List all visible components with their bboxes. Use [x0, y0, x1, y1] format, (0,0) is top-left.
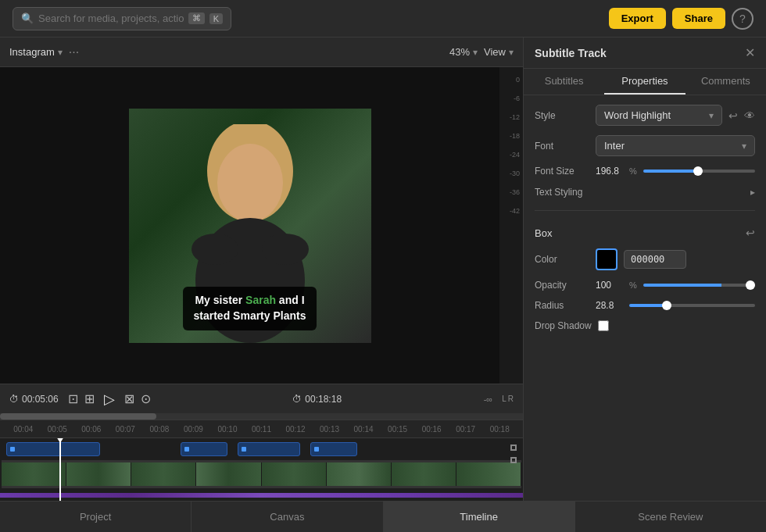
l-label: L: [502, 395, 506, 403]
topbar: 🔍 ⌘ K Export Share ?: [0, 0, 766, 37]
subtitle-clip-3[interactable]: [238, 442, 300, 456]
tick-5: 00:09: [177, 425, 211, 434]
color-label: Color: [535, 254, 589, 265]
text-styling-chevron-icon[interactable]: [750, 186, 755, 198]
film-frame-4: [196, 462, 261, 486]
crop-icon[interactable]: ⊡: [68, 391, 78, 406]
tab-subtitles[interactable]: Subtitles: [524, 69, 604, 95]
text-styling-value: [596, 186, 755, 198]
film-frame-6: [327, 462, 392, 486]
r-label: R: [508, 395, 514, 403]
view-chevron-icon[interactable]: [509, 46, 514, 58]
color-hex-input[interactable]: [624, 250, 686, 269]
timeline-section: 00:04 00:05 00:06 00:07 00:08 00:09 00:1…: [0, 420, 523, 501]
color-swatch[interactable]: [596, 248, 617, 270]
ruler-tick-3: -18: [499, 127, 523, 145]
drop-shadow-checkbox[interactable]: [598, 320, 609, 331]
radius-value: 28.8: [596, 300, 623, 311]
radius-slider[interactable]: [629, 304, 755, 307]
preview-area: My sister Sarah and I started Smarty Pla…: [0, 67, 523, 384]
opacity-slider[interactable]: [643, 284, 755, 287]
style-row: Style Word Highlight ↩ 👁: [535, 105, 755, 126]
play-button[interactable]: ▷: [104, 391, 115, 408]
timeline-ruler: 00:04 00:05 00:06 00:07 00:08 00:09 00:1…: [0, 420, 523, 438]
clip-indicator-2: [184, 447, 189, 452]
transport-icons: ⊡ ⊞: [68, 391, 95, 406]
tick-11: 00:15: [381, 425, 415, 434]
tab-properties[interactable]: Properties: [604, 69, 685, 95]
tab-project[interactable]: Project: [0, 502, 192, 532]
font-size-row: Font Size 196.8 %: [535, 166, 755, 177]
subtitle-text-line1: My sister Sarah and I: [194, 293, 306, 309]
zoom-control[interactable]: 43%: [449, 46, 478, 58]
ruler-tick-2: -12: [499, 108, 523, 127]
radius-row: Radius 28.8: [535, 300, 755, 311]
box-undo-icon[interactable]: ↩: [746, 227, 755, 239]
undo-icon[interactable]: ↩: [728, 109, 738, 122]
view-button[interactable]: View: [484, 46, 514, 58]
scrollbar-thumb[interactable]: [0, 413, 156, 420]
tick-1: 00:05: [41, 425, 75, 434]
frame-icon[interactable]: ⊠: [124, 391, 134, 406]
video-frame: My sister Sarah and I started Smarty Pla…: [129, 109, 371, 343]
search-input[interactable]: [38, 12, 184, 24]
drop-shadow-label: Drop Shadow: [535, 320, 592, 331]
tab-comments[interactable]: Comments: [685, 69, 766, 95]
zoom-chevron-icon[interactable]: [473, 46, 478, 58]
tab-timeline[interactable]: Timeline: [384, 502, 575, 532]
font-chevron-icon[interactable]: [742, 140, 746, 152]
subtitle-clip-4[interactable]: [310, 442, 357, 456]
preview-canvas: My sister Sarah and I started Smarty Pla…: [0, 67, 499, 384]
style-value: Word Highlight: [596, 105, 722, 126]
platform-label[interactable]: Instagram: [9, 46, 63, 58]
scrollbar-area[interactable]: [0, 413, 523, 420]
film-frame-7: [392, 462, 456, 486]
font-row: Font Inter: [535, 135, 755, 156]
svg-point-4: [192, 234, 238, 265]
transport-bar: ⏱ 00:05:06 ⊡ ⊞ ▷ ⊠ ⊙ ⏱ 00:18:18 -∞ L R: [0, 384, 523, 413]
ruler-tick-5: -30: [499, 164, 523, 183]
font-dropdown[interactable]: Inter: [596, 135, 755, 156]
style-dropdown[interactable]: Word Highlight: [596, 105, 722, 126]
more-options-icon[interactable]: ···: [69, 45, 79, 59]
panel-tabs: Subtitles Properties Comments: [524, 69, 766, 95]
tab-canvas[interactable]: Canvas: [192, 502, 383, 532]
opacity-value: 100: [596, 280, 623, 291]
timeline-tracks: [0, 438, 523, 501]
trim-icon[interactable]: ⊞: [84, 391, 95, 406]
tick-0: 00:04: [6, 425, 41, 434]
subtitle-clip-1[interactable]: [6, 442, 100, 456]
help-button[interactable]: ?: [732, 8, 753, 30]
kbd-cmd: ⌘: [188, 12, 205, 24]
video-track[interactable]: [2, 460, 521, 488]
tick-10: 00:14: [346, 425, 381, 434]
film-frame-1: [2, 462, 66, 486]
playhead[interactable]: [59, 438, 61, 501]
export-button[interactable]: Export: [609, 8, 666, 29]
preview-header: Instagram ··· 43% View: [0, 37, 523, 67]
ruler-tick-1: -6: [499, 89, 523, 108]
preview-icon[interactable]: 👁: [744, 109, 755, 122]
box-section-title: Box: [535, 227, 552, 239]
subtitle-clip-2[interactable]: [181, 442, 227, 456]
video-track-row[interactable]: [0, 459, 523, 490]
share-button[interactable]: Share: [672, 8, 725, 29]
style-chevron-icon[interactable]: [709, 109, 714, 121]
panel-header: Subtitle Track ✕: [524, 37, 766, 69]
aspect-icon[interactable]: ⊙: [141, 391, 151, 406]
subtitle-track-row[interactable]: [0, 441, 523, 457]
tick-2: 00:06: [74, 425, 109, 434]
color-row: Color: [535, 248, 755, 270]
close-button[interactable]: ✕: [745, 45, 755, 60]
time-display: ⏱ 00:05:06: [9, 394, 59, 405]
ruler-tick-4: -24: [499, 145, 523, 164]
subtitle-part1: My sister: [195, 294, 245, 306]
tick-3: 00:07: [109, 425, 143, 434]
tab-scene-review[interactable]: Scene Review: [575, 502, 766, 532]
film-frame-8: [456, 462, 521, 486]
font-size-slider[interactable]: [643, 170, 755, 173]
duration-display: ⏱ 00:18:18: [292, 394, 342, 405]
ruler-tick-0: 0: [499, 70, 523, 89]
search-box[interactable]: 🔍 ⌘ K: [13, 7, 231, 30]
platform-chevron-icon[interactable]: [58, 46, 63, 58]
